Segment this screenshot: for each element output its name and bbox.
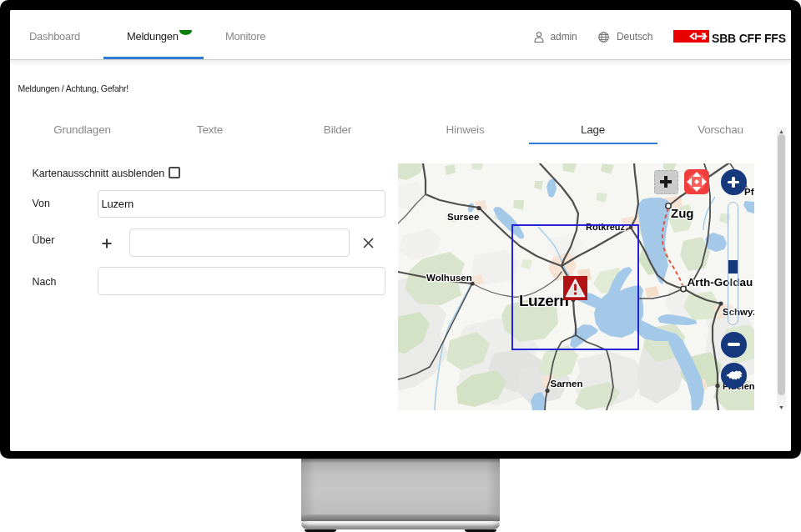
svg-text:Sursee: Sursee (446, 211, 478, 221)
svg-text:Wolhusen: Wolhusen (426, 272, 471, 282)
svg-text:Zug: Zug (670, 205, 693, 219)
svg-text:Arth-Goldau: Arth-Goldau (687, 275, 753, 288)
svg-text:Sarnen: Sarnen (550, 378, 582, 388)
